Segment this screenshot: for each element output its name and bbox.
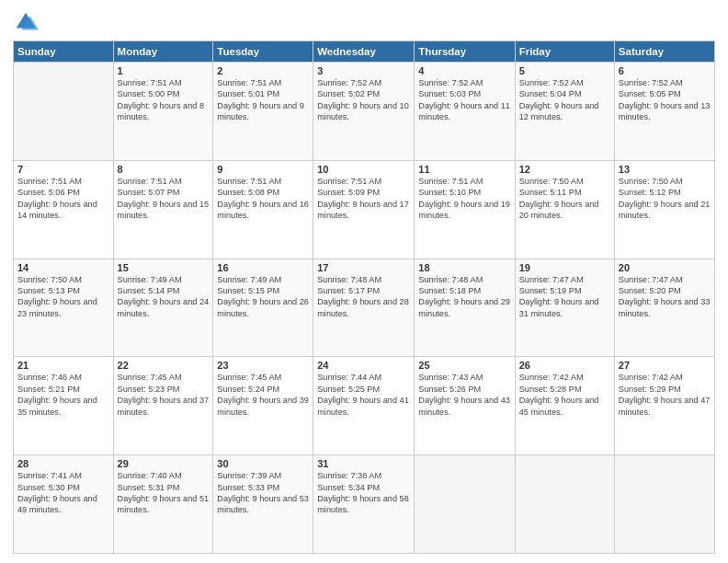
calendar-cell xyxy=(614,455,714,554)
day-number: 30 xyxy=(217,458,309,469)
day-number: 8 xyxy=(118,164,210,175)
calendar-cell: 6Sunrise: 7:52 AMSunset: 5:05 PMDaylight… xyxy=(614,63,714,161)
calendar-cell: 26Sunrise: 7:42 AMSunset: 5:28 PMDayligh… xyxy=(515,357,614,455)
calendar-cell: 8Sunrise: 7:51 AMSunset: 5:07 PMDaylight… xyxy=(113,160,213,259)
day-number: 2 xyxy=(217,65,309,76)
day-number: 22 xyxy=(118,360,210,371)
calendar-cell: 13Sunrise: 7:50 AMSunset: 5:12 PMDayligh… xyxy=(614,160,714,259)
day-number: 18 xyxy=(418,262,510,273)
calendar-cell: 20Sunrise: 7:47 AMSunset: 5:20 PMDayligh… xyxy=(614,259,714,357)
day-info: Sunrise: 7:45 AMSunset: 5:23 PMDaylight:… xyxy=(118,372,210,418)
day-info: Sunrise: 7:50 AMSunset: 5:11 PMDaylight:… xyxy=(519,176,610,222)
calendar-cell: 14Sunrise: 7:50 AMSunset: 5:13 PMDayligh… xyxy=(14,259,114,357)
calendar-cell: 27Sunrise: 7:42 AMSunset: 5:29 PMDayligh… xyxy=(614,357,714,455)
calendar-body: 1Sunrise: 7:51 AMSunset: 5:00 PMDaylight… xyxy=(14,63,715,554)
day-number: 27 xyxy=(619,360,711,371)
day-number: 31 xyxy=(317,458,410,469)
calendar-week-1: 1Sunrise: 7:51 AMSunset: 5:00 PMDaylight… xyxy=(14,63,715,161)
day-info: Sunrise: 7:51 AMSunset: 5:07 PMDaylight:… xyxy=(118,176,210,222)
day-info: Sunrise: 7:49 AMSunset: 5:15 PMDaylight:… xyxy=(217,274,309,320)
weekday-header-tuesday: Tuesday xyxy=(213,41,313,63)
day-info: Sunrise: 7:48 AMSunset: 5:18 PMDaylight:… xyxy=(418,274,510,320)
calendar-cell: 11Sunrise: 7:51 AMSunset: 5:10 PMDayligh… xyxy=(415,160,515,259)
day-info: Sunrise: 7:51 AMSunset: 5:08 PMDaylight:… xyxy=(217,176,309,222)
calendar-cell: 23Sunrise: 7:45 AMSunset: 5:24 PMDayligh… xyxy=(213,357,313,455)
weekday-header-thursday: Thursday xyxy=(415,41,515,63)
calendar-cell: 15Sunrise: 7:49 AMSunset: 5:14 PMDayligh… xyxy=(113,259,213,357)
day-number: 5 xyxy=(519,65,610,76)
calendar-cell xyxy=(14,63,114,161)
day-info: Sunrise: 7:51 AMSunset: 5:09 PMDaylight:… xyxy=(317,176,410,222)
day-number: 29 xyxy=(118,458,210,469)
weekday-header-wednesday: Wednesday xyxy=(313,41,415,63)
calendar-cell: 19Sunrise: 7:47 AMSunset: 5:19 PMDayligh… xyxy=(515,259,614,357)
calendar-cell: 17Sunrise: 7:48 AMSunset: 5:17 PMDayligh… xyxy=(313,259,415,357)
day-info: Sunrise: 7:50 AMSunset: 5:12 PMDaylight:… xyxy=(619,176,711,222)
day-info: Sunrise: 7:45 AMSunset: 5:24 PMDaylight:… xyxy=(217,372,309,418)
calendar-cell: 10Sunrise: 7:51 AMSunset: 5:09 PMDayligh… xyxy=(313,160,415,259)
day-number: 20 xyxy=(619,262,711,273)
day-number: 3 xyxy=(317,65,410,76)
day-number: 11 xyxy=(418,164,510,175)
weekday-header-sunday: Sunday xyxy=(14,41,114,63)
day-number: 28 xyxy=(17,458,109,469)
calendar-cell: 5Sunrise: 7:52 AMSunset: 5:04 PMDaylight… xyxy=(515,63,614,161)
day-info: Sunrise: 7:51 AMSunset: 5:10 PMDaylight:… xyxy=(418,176,510,222)
logo-icon xyxy=(13,9,39,35)
calendar-cell: 22Sunrise: 7:45 AMSunset: 5:23 PMDayligh… xyxy=(113,357,213,455)
day-info: Sunrise: 7:42 AMSunset: 5:29 PMDaylight:… xyxy=(619,372,711,418)
weekday-header-saturday: Saturday xyxy=(614,41,714,63)
calendar-header: SundayMondayTuesdayWednesdayThursdayFrid… xyxy=(14,41,715,63)
day-number: 7 xyxy=(17,164,109,175)
day-info: Sunrise: 7:51 AMSunset: 5:01 PMDaylight:… xyxy=(217,77,309,123)
day-info: Sunrise: 7:51 AMSunset: 5:00 PMDaylight:… xyxy=(118,77,210,123)
calendar-cell: 4Sunrise: 7:52 AMSunset: 5:03 PMDaylight… xyxy=(415,63,515,161)
calendar-cell: 3Sunrise: 7:52 AMSunset: 5:02 PMDaylight… xyxy=(313,63,415,161)
calendar-cell: 24Sunrise: 7:44 AMSunset: 5:25 PMDayligh… xyxy=(313,357,415,455)
day-info: Sunrise: 7:39 AMSunset: 5:33 PMDaylight:… xyxy=(217,470,309,516)
calendar-cell: 2Sunrise: 7:51 AMSunset: 5:01 PMDaylight… xyxy=(213,63,313,161)
day-info: Sunrise: 7:50 AMSunset: 5:13 PMDaylight:… xyxy=(17,274,109,320)
day-number: 12 xyxy=(519,164,610,175)
day-number: 17 xyxy=(317,262,410,273)
weekday-header-monday: Monday xyxy=(113,41,213,63)
day-number: 26 xyxy=(519,360,610,371)
day-number: 23 xyxy=(217,360,309,371)
calendar-cell: 30Sunrise: 7:39 AMSunset: 5:33 PMDayligh… xyxy=(213,455,313,554)
day-number: 24 xyxy=(317,360,410,371)
day-info: Sunrise: 7:47 AMSunset: 5:20 PMDaylight:… xyxy=(619,274,711,320)
weekday-row: SundayMondayTuesdayWednesdayThursdayFrid… xyxy=(14,41,715,63)
day-number: 6 xyxy=(619,65,711,76)
day-info: Sunrise: 7:52 AMSunset: 5:02 PMDaylight:… xyxy=(317,77,410,123)
calendar-cell: 7Sunrise: 7:51 AMSunset: 5:06 PMDaylight… xyxy=(14,160,114,259)
calendar-cell: 21Sunrise: 7:46 AMSunset: 5:21 PMDayligh… xyxy=(14,357,114,455)
calendar-week-5: 28Sunrise: 7:41 AMSunset: 5:30 PMDayligh… xyxy=(14,455,715,554)
day-number: 25 xyxy=(418,360,510,371)
day-info: Sunrise: 7:42 AMSunset: 5:28 PMDaylight:… xyxy=(519,372,610,418)
day-info: Sunrise: 7:44 AMSunset: 5:25 PMDaylight:… xyxy=(317,372,410,418)
calendar-cell: 18Sunrise: 7:48 AMSunset: 5:18 PMDayligh… xyxy=(415,259,515,357)
day-info: Sunrise: 7:52 AMSunset: 5:03 PMDaylight:… xyxy=(418,77,510,123)
day-info: Sunrise: 7:49 AMSunset: 5:14 PMDaylight:… xyxy=(118,274,210,320)
day-info: Sunrise: 7:48 AMSunset: 5:17 PMDaylight:… xyxy=(317,274,410,320)
day-info: Sunrise: 7:38 AMSunset: 5:34 PMDaylight:… xyxy=(317,470,410,516)
day-number: 1 xyxy=(118,65,210,76)
day-number: 15 xyxy=(118,262,210,273)
calendar-cell xyxy=(515,455,614,554)
calendar-cell: 9Sunrise: 7:51 AMSunset: 5:08 PMDaylight… xyxy=(213,160,313,259)
calendar-cell: 25Sunrise: 7:43 AMSunset: 5:26 PMDayligh… xyxy=(415,357,515,455)
day-number: 13 xyxy=(619,164,711,175)
day-number: 16 xyxy=(217,262,309,273)
page-header xyxy=(13,9,715,35)
day-number: 21 xyxy=(17,360,109,371)
calendar-cell xyxy=(415,455,515,554)
calendar-cell: 1Sunrise: 7:51 AMSunset: 5:00 PMDaylight… xyxy=(113,63,213,161)
day-number: 14 xyxy=(17,262,109,273)
calendar-cell: 12Sunrise: 7:50 AMSunset: 5:11 PMDayligh… xyxy=(515,160,614,259)
calendar-cell: 28Sunrise: 7:41 AMSunset: 5:30 PMDayligh… xyxy=(14,455,114,554)
day-info: Sunrise: 7:46 AMSunset: 5:21 PMDaylight:… xyxy=(17,372,109,418)
calendar-week-4: 21Sunrise: 7:46 AMSunset: 5:21 PMDayligh… xyxy=(14,357,715,455)
calendar-table: SundayMondayTuesdayWednesdayThursdayFrid… xyxy=(13,40,715,554)
weekday-header-friday: Friday xyxy=(515,41,614,63)
day-info: Sunrise: 7:41 AMSunset: 5:30 PMDaylight:… xyxy=(17,470,109,516)
